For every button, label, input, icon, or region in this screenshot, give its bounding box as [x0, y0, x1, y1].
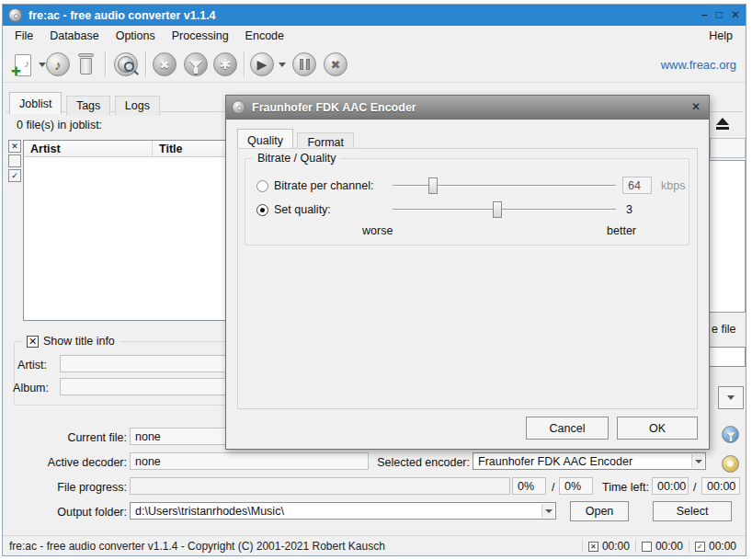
- toolbar-separator: [244, 51, 245, 76]
- signal-processing-button[interactable]: [184, 52, 208, 76]
- chevron-down-icon[interactable]: [691, 454, 704, 468]
- gear-icon: ✱: [726, 459, 734, 469]
- time-divider: /: [693, 481, 696, 494]
- cancel-button[interactable]: Cancel: [526, 417, 609, 440]
- music-note-icon: ♪: [54, 57, 62, 73]
- cd-drive-field[interactable]: [710, 138, 746, 158]
- time-selected: ✕00:00: [582, 540, 635, 553]
- bitrate-label: Bitrate per channel:: [274, 179, 373, 192]
- toolbar-separator: [105, 51, 107, 76]
- eject-icon: [716, 118, 729, 125]
- group-title: Bitrate / Quality: [253, 152, 340, 165]
- menu-help[interactable]: Help: [703, 28, 738, 44]
- unchecked-icon: [642, 542, 652, 552]
- start-encoding-dropdown-icon[interactable]: [279, 63, 286, 67]
- tab-tags[interactable]: Tags: [66, 96, 110, 116]
- add-files-dropdown-icon[interactable]: [39, 63, 46, 67]
- app-logo-icon: [232, 100, 245, 114]
- eject-icon-bar: [716, 127, 729, 130]
- menu-file[interactable]: File: [6, 28, 41, 44]
- checked-x-icon: ✕: [588, 542, 598, 552]
- add-files-button[interactable]: ♪ ✚: [7, 49, 39, 80]
- bitrate-slider[interactable]: [393, 177, 616, 195]
- window-title: fre:ac - free audio converter v1.1.4: [28, 9, 216, 22]
- rip-cd-button[interactable]: [114, 52, 138, 76]
- app-window: fre:ac - free audio converter v1.1.4 – □…: [2, 4, 746, 556]
- trash-body: [80, 58, 92, 74]
- artist-label: Artist:: [10, 359, 47, 371]
- time-value: 00:00: [709, 540, 736, 553]
- right-panel-field[interactable]: [708, 347, 746, 367]
- current-file-label: Current file:: [30, 431, 127, 444]
- title-bar: fre:ac - free audio converter v1.1.4 – □…: [3, 5, 746, 26]
- progress-total-percent: 0%: [559, 477, 593, 495]
- add-file-icon: ♪ ✚: [15, 54, 31, 76]
- stop-icon: ✖: [331, 58, 341, 72]
- dialog-title-bar: Fraunhofer FDK AAC Encoder ✕: [226, 96, 709, 120]
- configure-encoder-round-button[interactable]: ✱: [722, 455, 739, 473]
- quality-value: 3: [626, 203, 632, 216]
- output-folder-label: Output folder:: [30, 506, 127, 519]
- bitrate-value-field[interactable]: 64: [622, 177, 652, 194]
- pause-encoding-button[interactable]: [292, 52, 316, 76]
- funnel-icon: [726, 432, 735, 438]
- minimize-button[interactable]: –: [701, 5, 708, 26]
- status-bar: fre:ac - free audio converter v1.1.4 - C…: [3, 535, 746, 555]
- stop-encoding-button[interactable]: ✖: [324, 52, 348, 76]
- chevron-down-icon[interactable]: [541, 504, 554, 518]
- quality-slider[interactable]: [393, 200, 616, 219]
- funnel-icon: [189, 61, 202, 68]
- magnifier-icon: [124, 62, 134, 72]
- select-none-button[interactable]: [8, 154, 21, 167]
- file-progress-label: File progress:: [30, 481, 127, 494]
- general-settings-button[interactable]: ✖: [153, 52, 177, 76]
- tab-logs[interactable]: Logs: [115, 96, 160, 116]
- menu-processing[interactable]: Processing: [164, 28, 237, 44]
- select-all-button[interactable]: ✕: [8, 140, 21, 153]
- clear-joblist-button[interactable]: [78, 53, 94, 75]
- time-left-value: 00:00: [652, 477, 689, 495]
- scale-worse-label: worse: [362, 224, 393, 237]
- open-button[interactable]: Open: [570, 501, 629, 521]
- file-progress-bar: [130, 477, 510, 495]
- show-title-info-label: Show title info: [43, 335, 115, 348]
- toggle-selection-button[interactable]: ✓: [8, 169, 21, 182]
- selected-encoder-combo[interactable]: Fraunhofer FDK AAC Encoder: [473, 452, 706, 470]
- active-decoder-label: Active decoder:: [23, 456, 127, 469]
- single-file-label-fragment: e file: [712, 323, 735, 336]
- menu-options[interactable]: Options: [108, 28, 164, 44]
- trash-lid: [78, 53, 94, 57]
- quality-slider-thumb[interactable]: [493, 201, 502, 218]
- music-note-glyph: ♪: [25, 58, 30, 69]
- track-list[interactable]: [710, 160, 746, 313]
- maximize-button[interactable]: □: [716, 5, 723, 26]
- column-artist[interactable]: Artist: [24, 141, 153, 156]
- statusbar-text: fre:ac - free audio converter v1.1.4 - C…: [9, 540, 385, 553]
- start-encoding-button[interactable]: ▶: [250, 52, 274, 76]
- wrench-icon: ✖: [160, 58, 170, 72]
- eject-cd-button[interactable]: [710, 114, 737, 136]
- show-title-info-checkbox[interactable]: ✕: [27, 336, 39, 348]
- output-folder-combo[interactable]: d:\Users\tristanrhodes\Music\: [130, 502, 556, 520]
- close-button[interactable]: ✕: [731, 5, 740, 26]
- menu-encode[interactable]: Encode: [237, 28, 292, 44]
- progress-percent: 0%: [512, 477, 546, 495]
- bitrate-radio[interactable]: [256, 180, 268, 192]
- quality-radio[interactable]: [256, 204, 268, 216]
- time-unselected: 00:00: [635, 540, 689, 553]
- tab-joblist[interactable]: Joblist: [9, 92, 62, 114]
- dialog-close-button[interactable]: ✕: [691, 100, 701, 113]
- menu-database[interactable]: Database: [41, 28, 108, 44]
- freac-website-link[interactable]: www.freac.org: [661, 58, 736, 72]
- right-panel-dropdown-button[interactable]: [718, 386, 744, 409]
- joblist-count: 0 file(s) in joblist:: [17, 119, 102, 131]
- select-button[interactable]: Select: [653, 501, 732, 521]
- configure-encoder-button[interactable]: ✱: [213, 52, 237, 76]
- ok-button[interactable]: OK: [617, 417, 698, 440]
- processing-info-button[interactable]: [722, 426, 739, 443]
- joblist-entry-button[interactable]: ♪: [46, 52, 70, 76]
- title-info-legend: ✕ Show title info: [22, 335, 120, 348]
- bitrate-slider-thumb[interactable]: [428, 177, 438, 194]
- selected-encoder-value: Fraunhofer FDK AAC Encoder: [478, 455, 632, 468]
- app-logo-icon: [8, 8, 22, 22]
